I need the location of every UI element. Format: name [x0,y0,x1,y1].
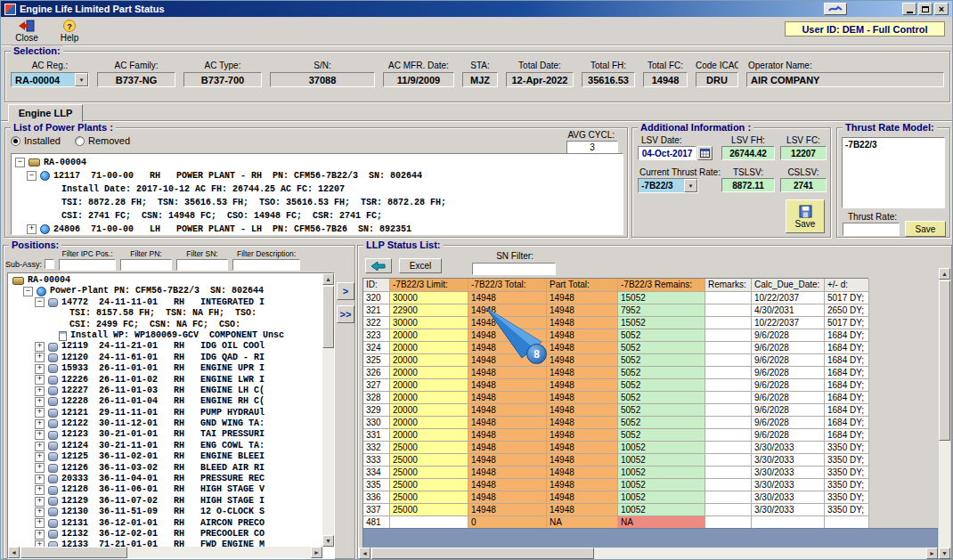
tree-line[interactable]: RA-00004 [10,275,321,286]
expand-icon[interactable]: + [35,419,45,429]
positions-tree[interactable]: ▲ ▼ ◄ ► RA-00004−Power-Plant PN: CFM56-7… [7,272,335,559]
tree-line[interactable]: TSI: 8872.28 FH; TSN: 35616.53 FH; TSO: … [13,196,621,209]
table-row[interactable]: 32520000149481494850529/6/20281684 DY; [363,354,868,367]
tree-line[interactable]: +12125 36-11-02-01 RH ENGINE BLEEI [10,451,321,462]
filter-ipc-pos-input[interactable] [59,259,116,271]
table-row[interactable]: 33120000149481494850529/6/20281684 DY; [363,429,868,442]
table-row[interactable]: 332250001494814948100523/30/20333350 DY; [363,442,868,454]
sn-filter-input[interactable] [472,263,556,275]
table-row[interactable]: 32122900149481494879524/30/20312650 DY; [363,304,868,317]
lsv-date-field[interactable]: 04-Oct-2017 [638,146,696,160]
expand-icon[interactable]: + [35,375,45,385]
scroll-up-icon[interactable]: ▲ [939,268,950,280]
tree-line[interactable]: +12124 30-21-11-01 RH ENG COWL TA: [10,441,321,451]
table-row[interactable]: 32420000149481494850529/6/20281684 DY; [363,342,868,354]
expand-icon[interactable]: + [35,408,45,418]
expand-icon[interactable]: + [35,397,45,407]
titlebar[interactable]: Engine Life Limited Part Status × [1,1,952,17]
llp-table-vscrollbar[interactable]: ▲ ▼ [939,268,950,559]
tree-line[interactable]: +12227 26-11-01-03 RH ENGINE LH C( [10,386,321,396]
column-header[interactable]: Calc_Due_Date: [752,279,825,292]
expand-icon[interactable]: + [35,475,45,484]
expand-icon[interactable]: + [35,442,45,451]
filter-pn-input[interactable] [120,259,172,271]
scroll-up-icon[interactable]: ▲ [322,273,334,285]
table-row[interactable]: 335250001494814948100523/30/20333350 DY; [363,479,868,491]
move-one-button[interactable]: > [337,282,354,300]
tab-engine-llp[interactable]: Engine LLP [8,104,83,122]
column-header[interactable]: Remarks: [705,279,752,292]
tree-line[interactable]: +12228 26-11-01-04 RH ENGINE RH C( [10,396,321,407]
llp-status-table[interactable]: ID:-7B22/3 Limit:-7B22/3 Total:Part Tota… [362,278,868,529]
tree-line[interactable]: +12129 36-11-07-02 RH HIGH STAGE I [10,496,321,507]
tree-line[interactable]: +24806 71-00-00 LH POWER PLANT - LH PN: … [13,223,621,235]
table-row[interactable]: 336250001494814948100523/30/20333350 DY; [363,491,868,504]
tree-line[interactable]: CSI: 2741 FC; CSN: 14948 FC; CSO: 14948 … [13,209,621,223]
expand-icon[interactable]: + [35,353,45,362]
dropdown-arrow-icon[interactable]: ▼ [684,179,697,192]
tree-line[interactable]: +12132 36-12-02-01 RH PRECOOLER CO [10,529,321,540]
scroll-thumb[interactable] [322,286,334,348]
tree-line[interactable]: +12126 36-11-03-02 RH BLEED AIR RI [10,463,321,474]
tree-line[interactable]: −RA-00004 [13,156,621,169]
scroll-thumb[interactable] [20,547,127,558]
thrust-rate-model-list[interactable]: -7B22/3 [842,137,945,208]
close-window-button[interactable]: × [934,3,949,15]
tree-line[interactable]: +12131 36-12-01-01 RH AIRCON PRECO [10,518,321,529]
column-header[interactable]: -7B22/3 Total: [468,279,547,292]
tree-line[interactable]: +12120 24-11-61-01 RH IDG QAD - RI [10,353,321,363]
scroll-down-icon[interactable]: ▼ [322,535,334,547]
help-button[interactable]: ? Help [49,18,90,44]
expand-icon[interactable]: + [35,386,45,396]
column-header[interactable]: -7B22/3 Limit: [390,279,468,292]
radio-removed[interactable]: Removed [75,135,130,146]
close-button[interactable]: Close [6,18,47,44]
tree-line[interactable]: +20333 36-11-04-01 RH PRESSURE REC [10,474,321,484]
scroll-right-icon[interactable]: ► [311,547,322,558]
table-row[interactable]: 337250001494814948100523/30/20333350 DY; [363,504,868,516]
expand-icon[interactable]: + [35,364,45,374]
tree-line[interactable]: +12122 30-11-12-01 RH GND WING TA: [10,418,321,429]
tree-line[interactable]: +12226 26-11-01-02 RH ENGINE LWR I [10,375,321,386]
radio-unselected-icon[interactable] [75,136,85,146]
tree-line[interactable]: +12123 30-21-01-01 RH TAI PRESSURI [10,429,321,440]
expand-icon[interactable]: + [35,430,45,440]
radio-installed[interactable]: Installed [11,135,61,146]
llp-table-hscrollbar[interactable]: ◄ ► [359,548,938,559]
tree-line[interactable]: +12130 36-11-51-09 RH 12 O-CLOCK S [10,507,321,517]
scroll-left-icon[interactable]: ◄ [8,547,20,558]
expand-icon[interactable]: + [35,463,45,473]
calendar-button[interactable] [697,146,713,160]
expand-icon[interactable]: + [35,507,45,517]
table-row[interactable]: 333250001494814948100523/30/20333350 DY; [363,454,868,467]
excel-button[interactable]: Excel [399,258,442,273]
collapse-icon[interactable]: − [35,297,45,307]
expand-icon[interactable]: + [35,530,45,540]
collapse-icon[interactable]: − [23,287,33,296]
thrust-rate-model-item[interactable]: -7B22/3 [845,140,877,150]
tree-line[interactable]: +12119 24-11-21-01 RH IDG OIL COOl [10,341,321,352]
radio-selected-icon[interactable] [11,136,20,146]
collapse-icon[interactable]: − [15,158,25,167]
positions-tree-hscrollbar[interactable]: ◄ ► [8,547,322,558]
thrust-rate-input[interactable] [843,223,900,236]
expand-icon[interactable]: + [35,342,45,352]
table-row[interactable]: 32920000149481494850529/6/20281684 DY; [363,404,868,417]
table-row[interactable]: 32320000149481494850529/6/20281684 DY; [363,329,868,342]
expand-icon[interactable]: + [35,485,45,495]
dropdown-arrow-icon[interactable]: ▼ [75,73,88,86]
table-row[interactable]: 32620000149481494850529/6/20281684 DY; [363,367,868,379]
table-row[interactable]: 334250001494814948100523/30/20333350 DY; [363,467,868,479]
table-row[interactable]: 32720000149481494850529/6/20281684 DY; [363,379,868,392]
thrust-rate-combo[interactable]: -7B22/3 ▼ [638,178,698,193]
expand-icon[interactable]: + [35,497,45,507]
table-row[interactable]: 32820000149481494850529/6/20281684 DY; [363,392,868,404]
scroll-thumb[interactable] [371,548,594,559]
minimize-button[interactable] [902,3,916,15]
collapse-icon[interactable]: − [27,171,37,181]
tree-line[interactable]: +15933 26-11-01-01 RH ENGINE UPR I [10,363,321,374]
expand-icon[interactable]: + [35,452,45,462]
tree-line[interactable]: −12117 71-00-00 RH POWER PLANT - RH PN: … [13,169,621,183]
filter-sn-input[interactable] [176,259,228,271]
table-row[interactable]: 3223000014948149481505210/22/20375017 DY… [363,317,868,329]
